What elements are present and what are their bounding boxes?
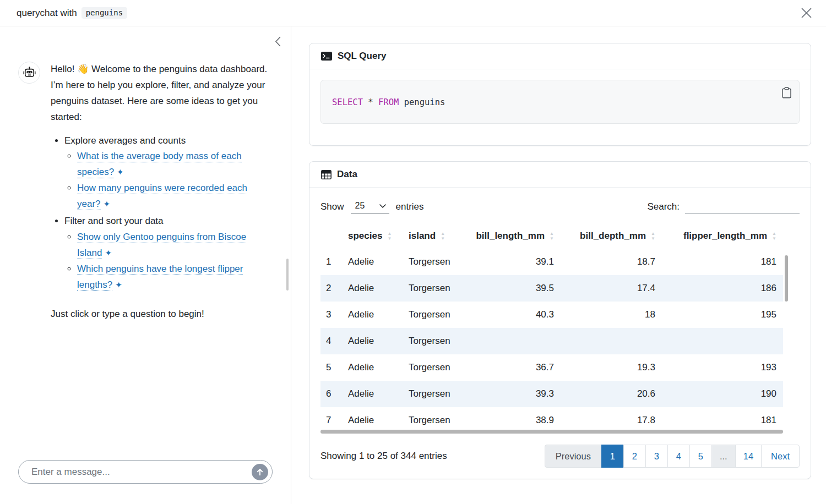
page-length-select[interactable]: 25 — [351, 200, 389, 213]
suggestion-group-label: Filter and sort your data — [64, 216, 164, 226]
table-cell — [469, 328, 561, 354]
suggested-question-link[interactable]: Which penguins have the longest flipper … — [77, 264, 243, 290]
page-button-5[interactable]: 5 — [689, 445, 712, 468]
table-row: 3AdelieTorgersen40.318195 — [320, 302, 783, 328]
table-horizontal-scrollbar[interactable] — [320, 430, 783, 434]
sql-query-card: SQL Query SELECT * FROM penguins — [309, 43, 811, 146]
collapse-sidebar-button[interactable] — [274, 35, 282, 48]
table-cell: 193 — [662, 354, 783, 381]
table-cell: Adelie — [341, 328, 402, 354]
chat-panel: Hello! 👋 Welcome to the penguins data da… — [0, 26, 291, 504]
data-card-header: Data — [309, 162, 811, 188]
table-cell: 18.7 — [561, 249, 662, 275]
table-cell: Torgersen — [402, 354, 469, 381]
suggested-question-link[interactable]: Show only Gentoo penguins from Biscoe Is… — [77, 232, 246, 258]
column-header-bill_length_mm[interactable]: bill_length_mm▲▼ — [469, 223, 561, 249]
table-cell: 39.3 — [469, 381, 561, 407]
sort-icon[interactable]: ▲▼ — [772, 232, 776, 241]
page-button-3[interactable]: 3 — [645, 445, 668, 468]
sparkle-icon: ✦ — [105, 248, 112, 258]
assistant-avatar — [18, 62, 40, 84]
sql-card-body: SELECT * FROM penguins — [309, 69, 811, 145]
table-cell: Adelie — [341, 381, 402, 407]
page-button-2[interactable]: 2 — [623, 445, 646, 468]
column-label: bill_depth_mm — [580, 231, 646, 242]
suggestion-group: Explore averages and countsWhat is the a… — [64, 133, 272, 212]
page-button-14[interactable]: 14 — [735, 445, 762, 468]
column-label: flipper_length_mm — [683, 231, 767, 242]
pagination: Previous12345...14Next — [545, 445, 800, 468]
sort-icon[interactable]: ▲▼ — [651, 232, 655, 241]
row-number-cell: 4 — [320, 328, 341, 354]
table-cell: 190 — [662, 381, 783, 407]
table-cell: 17.4 — [561, 275, 662, 302]
column-header-bill_depth_mm[interactable]: bill_depth_mm▲▼ — [561, 223, 662, 249]
sql-table-name: penguins — [404, 97, 445, 107]
page-button-next[interactable]: Next — [761, 445, 800, 468]
chat-message-input[interactable] — [30, 466, 252, 478]
table-icon — [321, 170, 332, 179]
sparkle-icon: ✦ — [104, 199, 111, 209]
copy-code-button[interactable] — [780, 85, 793, 100]
sparkle-icon: ✦ — [117, 167, 124, 177]
table-cell: Torgersen — [402, 381, 469, 407]
suggested-question-link[interactable]: What is the average body mass of each sp… — [77, 151, 242, 177]
sort-icon[interactable]: ▲▼ — [550, 232, 554, 241]
sparkle-icon: ✦ — [115, 280, 122, 289]
column-label: island — [409, 231, 436, 242]
table-cell: Torgersen — [402, 275, 469, 302]
table-cell: Adelie — [341, 302, 402, 328]
app-header: querychat with penguins — [0, 0, 826, 26]
page-button-...: ... — [711, 445, 736, 468]
sql-star: * — [368, 97, 373, 107]
table-footer: Showing 1 to 25 of 344 entries Previous1… — [320, 445, 800, 468]
sort-icon[interactable]: ▲▼ — [387, 232, 392, 241]
robot-icon — [23, 66, 36, 80]
page-button-1[interactable]: 1 — [601, 445, 624, 468]
table-cell: 181 — [662, 249, 783, 275]
page-button-4[interactable]: 4 — [667, 445, 690, 468]
row-number-cell: 6 — [320, 381, 341, 407]
data-card-title: Data — [337, 169, 357, 180]
chat-scrollbar-thumb[interactable] — [286, 259, 289, 291]
sql-code-block: SELECT * FROM penguins — [320, 80, 800, 124]
row-number-cell: 2 — [320, 275, 341, 302]
app-title: querychat with penguins — [17, 7, 127, 19]
data-card: Data Show 25 entri — [309, 161, 811, 479]
column-header-flipper_length_mm[interactable]: flipper_length_mm▲▼ — [662, 223, 783, 249]
suggested-question-link[interactable]: How many penguins were recorded each yea… — [77, 183, 247, 209]
column-label: species — [348, 231, 382, 242]
table-vertical-scrollbar[interactable] — [785, 255, 788, 302]
data-card-body: Show 25 entries Search: — [309, 188, 811, 479]
data-table: species▲▼island▲▼bill_length_mm▲▼bill_de… — [320, 223, 783, 434]
suggestion-item: What is the average body mass of each sp… — [77, 149, 272, 180]
close-button[interactable] — [799, 6, 814, 20]
clipboard-icon — [782, 87, 791, 98]
table-info: Showing 1 to 25 of 344 entries — [320, 451, 447, 462]
table-cell: Torgersen — [402, 328, 469, 354]
suggestion-list: Explore averages and countsWhat is the a… — [51, 133, 272, 293]
search-label: Search: — [647, 201, 680, 212]
page-button-previous: Previous — [545, 445, 602, 468]
column-label: bill_length_mm — [476, 231, 545, 242]
suggestion-item: Which penguins have the longest flipper … — [77, 261, 272, 293]
chevron-left-icon — [275, 36, 281, 47]
suggestion-group-label: Explore averages and counts — [64, 135, 186, 146]
table-row: 6AdelieTorgersen39.320.6190 — [320, 381, 783, 407]
data-table-container: species▲▼island▲▼bill_length_mm▲▼bill_de… — [320, 223, 800, 435]
sort-icon[interactable]: ▲▼ — [441, 232, 445, 241]
send-message-button[interactable] — [252, 464, 268, 480]
entries-label: entries — [396, 201, 424, 212]
table-cell: 20.6 — [561, 381, 662, 407]
table-search-input[interactable] — [685, 199, 800, 214]
assistant-closing: Just click or type a question to begin! — [51, 306, 272, 322]
column-header-island[interactable]: island▲▼ — [402, 223, 469, 249]
chat-input-bar — [18, 460, 273, 484]
table-row: 1AdelieTorgersen39.118.7181 — [320, 249, 783, 275]
column-header-species[interactable]: species▲▼ — [341, 223, 402, 249]
close-icon — [801, 8, 812, 18]
table-cell: Adelie — [341, 275, 402, 302]
suggestion-item: Show only Gentoo penguins from Biscoe Is… — [77, 229, 272, 261]
table-search-control: Search: — [647, 199, 800, 214]
row-number-cell: 5 — [320, 354, 341, 381]
